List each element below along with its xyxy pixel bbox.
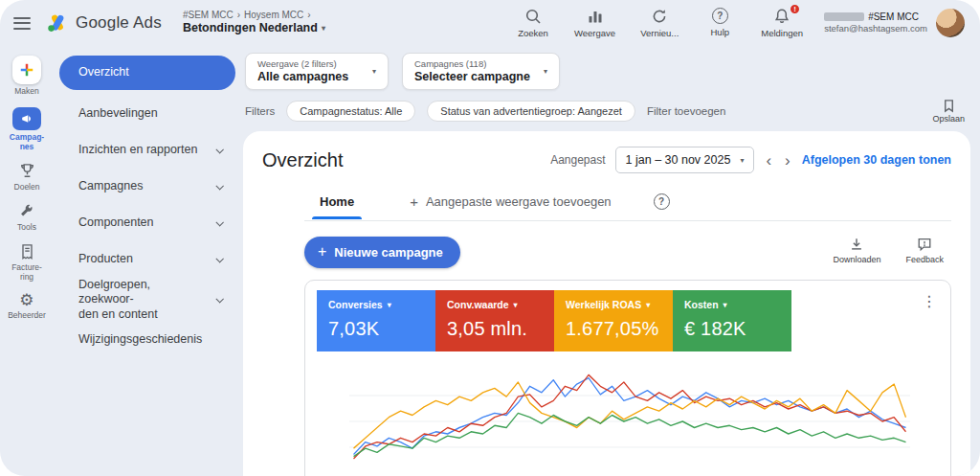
rail-item-goals[interactable]: Doelen: [14, 162, 40, 193]
sidebar-item-wijzigingsgeschiedenis[interactable]: Wijzigingsgeschiedenis: [59, 322, 235, 358]
prev-range-button[interactable]: ‹: [764, 152, 773, 169]
feedback-button[interactable]: Feedback: [905, 237, 944, 264]
notifications-button[interactable]: ! Meldingen: [761, 8, 803, 38]
overview-chart[interactable]: [349, 365, 910, 476]
main-content: Weergave (2 filters) Alle campagnes ▾ Ca…: [243, 46, 970, 476]
rail-item-tools[interactable]: Tools: [17, 203, 36, 233]
chevron-down-icon: ▾: [514, 301, 518, 309]
plus-icon: +: [410, 193, 418, 210]
breadcrumb-separator: ›: [307, 10, 310, 22]
overview-metrics-card: ⋮ Conversies▾ 7,03K Conv.waarde▾ 3,05 ml…: [304, 280, 951, 476]
help-icon: ?: [712, 8, 728, 24]
download-button[interactable]: Downloaden: [833, 237, 880, 264]
view-filter-dropdown[interactable]: Weergave (2 filters) Alle campagnes ▾: [245, 53, 389, 90]
add-custom-view-tab[interactable]: + Aangepaste weergave toevoegen: [396, 185, 624, 220]
sidebar-item-doelgroepen[interactable]: Doelgroepen, zoekwoor- den en content: [59, 278, 235, 322]
metric-value: 7,03K: [328, 318, 424, 340]
top-bar: Google Ads #SEM MCC › Hoysem MCC › Beton…: [0, 0, 980, 46]
notification-badge: !: [789, 3, 801, 15]
metric-tile-conversies[interactable]: Conversies▾ 7,03K: [317, 290, 435, 351]
campaign-select-dropdown[interactable]: Campagnes (118) Selecteer campagne ▾: [402, 53, 560, 90]
metric-tile-kosten[interactable]: Kosten▾ € 182K: [673, 290, 791, 351]
overview-panel: Overzicht Aangepast 1 jan – 30 nov 2025 …: [243, 131, 970, 476]
sidebar-item-aanbevelingen[interactable]: Aanbevelingen: [59, 96, 235, 132]
metric-tile-conv-waarde[interactable]: Conv.waarde▾ 3,05 mln.: [435, 290, 554, 351]
refresh-icon: [651, 8, 668, 25]
chevron-down-icon: ▾: [646, 301, 650, 309]
sidebar-item-campagnes[interactable]: Campagnes: [59, 169, 235, 205]
chevron-down-icon: [215, 182, 223, 190]
save-filters-button[interactable]: Opslaan: [932, 99, 965, 124]
metric-value: € 182K: [684, 318, 780, 340]
create-plus-icon: [12, 56, 41, 84]
sidebar-item-producten[interactable]: Producten: [59, 241, 235, 278]
rail-item-admin[interactable]: ⚙ Beheerder: [8, 292, 46, 321]
breadcrumb-separator: ›: [237, 10, 240, 22]
new-campaign-button[interactable]: + Nieuwe campagne: [304, 237, 460, 268]
tabs-help-icon[interactable]: ?: [654, 193, 670, 210]
chevron-down-icon: [215, 295, 223, 303]
chevron-down-icon: [215, 218, 223, 226]
filter-chip-adgroup-status[interactable]: Status van advertentiegroep: Aangezet: [427, 101, 635, 122]
sidebar-item-overzicht[interactable]: Overzicht: [59, 56, 235, 90]
tab-home[interactable]: Home: [306, 186, 368, 219]
help-button[interactable]: ? Hulp: [703, 8, 736, 37]
filters-label: Filters: [245, 105, 275, 117]
topbar-actions: Zoeken Weergave Vernieu... ? Hulp: [517, 8, 803, 38]
sidebar: Overzicht Aanbevelingen Inzichten en rap…: [54, 46, 243, 476]
download-icon: [849, 237, 864, 252]
feedback-icon: [917, 237, 932, 252]
logo-text: Google Ads: [76, 13, 162, 33]
avatar[interactable]: [936, 9, 965, 37]
card-menu-button[interactable]: ⋮: [922, 292, 937, 310]
left-rail: Maken Campag- nes Doelen To: [0, 46, 54, 476]
chevron-down-icon: ▾: [740, 156, 744, 165]
breadcrumb: #SEM MCC › Hoysem MCC › Betondingen Nede…: [183, 10, 325, 36]
google-ads-app: Google Ads #SEM MCC › Hoysem MCC › Beton…: [0, 0, 980, 476]
campaigns-icon: [12, 107, 41, 130]
page-title: Overzicht: [262, 149, 343, 171]
account-selector[interactable]: Betondingen Nederland ▾: [183, 21, 325, 36]
filter-bar: Filters Campagnestatus: Alle Status van …: [243, 96, 970, 131]
sidebar-item-inzichten[interactable]: Inzichten en rapporten: [59, 132, 235, 169]
view-button[interactable]: Weergave: [574, 8, 615, 38]
refresh-button[interactable]: Vernieu...: [640, 8, 679, 38]
chevron-down-icon: [215, 255, 223, 262]
chevron-down-icon: [215, 146, 223, 153]
account-name: Betondingen Nederland: [183, 21, 318, 36]
scope-selectors: Weergave (2 filters) Alle campagnes ▾ Ca…: [243, 46, 970, 96]
sidebar-item-componenten[interactable]: Componenten: [59, 205, 235, 241]
search-button[interactable]: Zoeken: [517, 8, 549, 38]
chevron-down-icon: ▾: [388, 301, 391, 309]
billing-receipt-icon: [19, 243, 35, 261]
gear-icon: ⚙: [19, 292, 33, 308]
view-tabs: Home + Aangepaste weergave toevoegen ?: [304, 185, 951, 221]
rail-item-billing[interactable]: Facture- ring: [11, 243, 42, 283]
breadcrumb-mcc-2[interactable]: Hoysem MCC: [244, 10, 303, 22]
chart-area: 30 dec 2024 24 nov 2025: [317, 365, 937, 476]
hamburger-menu-icon[interactable]: [13, 17, 31, 30]
metric-tile-roas[interactable]: Werkelijk ROAS▾ 1.677,05%: [554, 290, 673, 351]
add-filter-button[interactable]: Filter toevoegen: [647, 105, 725, 117]
next-range-button[interactable]: ›: [783, 152, 792, 169]
campaign-action-row: + Nieuwe campagne Downloaden: [304, 237, 951, 268]
show-last-30-days-link[interactable]: Afgelopen 30 dagen tonen: [802, 153, 951, 167]
card-tools: Downloaden Feedback: [833, 237, 951, 264]
breadcrumb-mcc-1[interactable]: #SEM MCC: [183, 10, 234, 22]
profile-email: stefan@hashtagsem.com: [824, 23, 927, 34]
chevron-down-icon: ▾: [544, 67, 547, 76]
chevron-down-icon: ▾: [372, 67, 376, 76]
range-type-label: Aangepast: [550, 153, 605, 167]
bar-chart-icon: [587, 8, 604, 25]
filter-chip-campaign-status[interactable]: Campagnestatus: Alle: [286, 101, 415, 122]
search-icon: [524, 8, 542, 25]
masked-account-name: [824, 12, 864, 21]
profile-account-label: #SEM MCC: [868, 11, 919, 23]
rail-item-campaigns[interactable]: Campag- nes: [10, 107, 44, 152]
profile-chip[interactable]: #SEM MCC stefan@hashtagsem.com: [824, 9, 965, 37]
date-range-dropdown[interactable]: 1 jan – 30 nov 2025 ▾: [615, 147, 755, 173]
google-ads-logo[interactable]: Google Ads: [46, 11, 162, 34]
rail-item-create[interactable]: Maken: [12, 56, 41, 97]
metric-value: 3,05 mln.: [447, 318, 543, 340]
date-range-controls: Aangepast 1 jan – 30 nov 2025 ▾ ‹ › Afge…: [550, 147, 951, 173]
